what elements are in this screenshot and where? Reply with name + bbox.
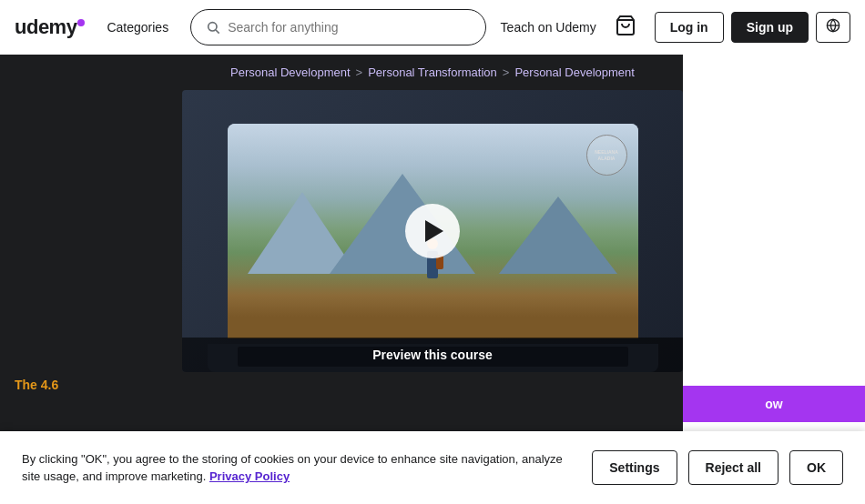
- privacy-policy-link[interactable]: Privacy Policy: [209, 469, 290, 483]
- header: udemy Categories Teach on Udemy Log in S…: [0, 0, 865, 55]
- preview-bar: Preview this course: [182, 338, 683, 372]
- play-button[interactable]: [405, 204, 460, 258]
- logo-dot: [77, 19, 85, 26]
- cookie-settings-button[interactable]: Settings: [592, 450, 677, 485]
- language-button[interactable]: [816, 12, 850, 43]
- signup-button[interactable]: Sign up: [731, 12, 809, 43]
- header-buttons: Log in Sign up: [655, 12, 850, 43]
- cookie-buttons: Settings Reject all OK: [592, 450, 843, 485]
- cookie-text: By clicking "OK", you agree to the stori…: [22, 450, 570, 486]
- teach-link[interactable]: Teach on Udemy: [501, 20, 596, 35]
- rating-value: 4.6: [41, 378, 58, 392]
- search-bar: [190, 9, 485, 45]
- instructor-badge: NEELIANA ALADIA: [586, 135, 627, 176]
- right-panel: [683, 55, 865, 431]
- search-input[interactable]: [228, 20, 470, 35]
- now-button[interactable]: ow: [683, 386, 865, 422]
- breadcrumb-sep-1: >: [356, 66, 363, 79]
- svg-point-0: [209, 23, 217, 31]
- breadcrumb-sep-2: >: [503, 66, 510, 79]
- rating-text: The 4.6: [15, 378, 58, 392]
- instructor-badge-line2: ALADIA: [598, 156, 616, 162]
- cookie-ok-button[interactable]: OK: [789, 450, 843, 485]
- logo-text: udemy: [15, 15, 76, 39]
- logo[interactable]: udemy: [15, 15, 85, 39]
- cart-icon: [615, 15, 636, 36]
- cookie-reject-button[interactable]: Reject all: [688, 450, 778, 485]
- preview-text: Preview this course: [372, 348, 493, 362]
- rating-prefix: The: [15, 378, 37, 392]
- cookie-message: By clicking "OK", you agree to the stori…: [22, 452, 563, 484]
- mountain-right: [499, 197, 617, 274]
- search-icon: [206, 20, 220, 35]
- play-icon: [425, 220, 443, 242]
- cart-button[interactable]: [611, 11, 640, 44]
- breadcrumb-item-2[interactable]: Personal Transformation: [368, 66, 497, 79]
- login-button[interactable]: Log in: [655, 12, 724, 43]
- globe-icon: [826, 18, 840, 33]
- svg-line-1: [216, 30, 219, 34]
- categories-button[interactable]: Categories: [99, 16, 176, 38]
- breadcrumb-item-1[interactable]: Personal Development: [230, 66, 351, 79]
- cookie-banner: By clicking "OK", you agree to the stori…: [0, 431, 865, 504]
- video-preview[interactable]: NEELIANA ALADIA Preview this course: [182, 90, 683, 372]
- breadcrumb-item-3[interactable]: Personal Development: [514, 66, 635, 79]
